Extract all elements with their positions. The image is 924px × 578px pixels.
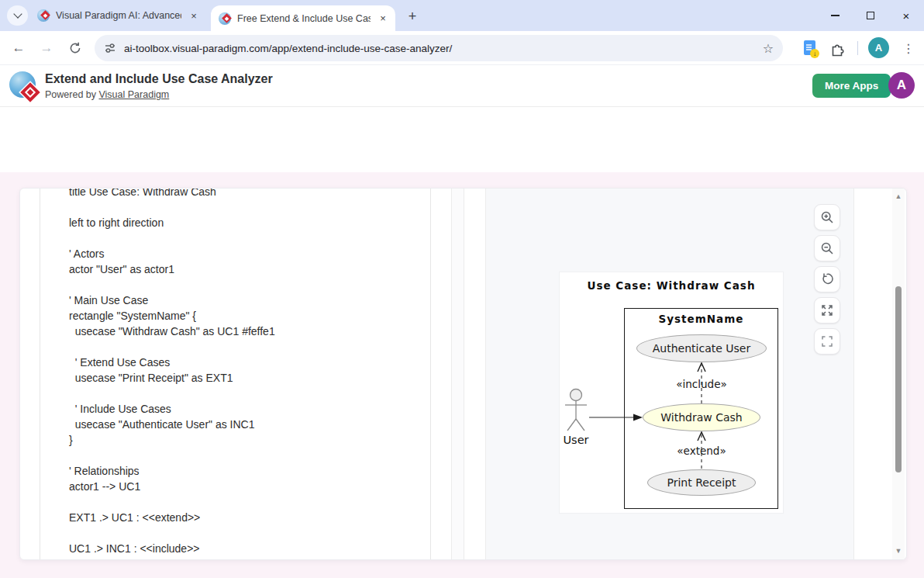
diagram-zoom-toolbar xyxy=(814,204,840,359)
zoom-out-icon xyxy=(820,241,834,255)
tab-close-icon[interactable]: × xyxy=(188,9,200,22)
diagram-title: Use Case: Withdraw Cash xyxy=(560,279,783,292)
forward-button[interactable]: → xyxy=(36,37,57,59)
main-content: title Use Case: Withdraw Cash left to ri… xyxy=(0,172,924,578)
browser-titlebar: Visual Paradigm AI: Advanced S × Free Ex… xyxy=(0,0,924,31)
scroll-down-icon[interactable]: ▼ xyxy=(892,547,905,555)
tab-inactive[interactable]: Visual Paradigm AI: Advanced S × xyxy=(29,4,206,27)
zoom-out-button[interactable] xyxy=(814,235,840,261)
bookmark-star-icon[interactable]: ☆ xyxy=(763,41,774,56)
wizard-stepper: ✓ ✓ 3 Enter PlantUML Analyze Use Cases G… xyxy=(0,107,924,172)
app-header: Extend and Include Use Case Analyzer Pow… xyxy=(0,65,924,107)
browser-profile-avatar[interactable]: A xyxy=(868,37,889,58)
scrollbar-thumb[interactable] xyxy=(895,286,902,472)
window-controls: × xyxy=(817,0,924,31)
reset-view-button[interactable] xyxy=(814,266,840,292)
usecase-label: Withdraw Cash xyxy=(660,411,742,424)
reload-icon xyxy=(69,42,81,54)
system-boundary-label: SystemName xyxy=(624,313,778,325)
more-apps-button[interactable]: More Apps xyxy=(812,74,891,98)
uml-diagram-canvas[interactable]: Use Case: Withdraw Cash SystemName Authe… xyxy=(560,272,783,513)
tab-title: Visual Paradigm AI: Advanced S xyxy=(56,10,181,21)
download-badge-icon: ↓ xyxy=(810,49,819,58)
page-title: Extend and Include Use Case Analyzer xyxy=(45,72,273,86)
zoom-in-button[interactable] xyxy=(814,204,840,230)
back-button[interactable]: ← xyxy=(8,37,29,59)
url-text[interactable]: ai-toolbox.visual-paradigm.com/app/exten… xyxy=(124,43,755,54)
plantuml-code[interactable]: title Use Case: Withdraw Cash left to ri… xyxy=(69,188,275,556)
analyzer-card: title Use Case: Withdraw Cash left to ri… xyxy=(19,188,907,560)
plantuml-code-panel[interactable]: title Use Case: Withdraw Cash left to ri… xyxy=(40,189,431,559)
reload-button[interactable] xyxy=(64,37,86,59)
tab-active[interactable]: Free Extend & Include Use Case × xyxy=(211,5,395,31)
usecase-label: Authenticate User xyxy=(653,342,750,355)
diagram-preview-panel: Use Case: Withdraw Cash SystemName Authe… xyxy=(485,189,854,559)
toolbar-divider xyxy=(857,41,858,55)
maximize-icon xyxy=(867,12,874,19)
extend-stereotype-label: «extend» xyxy=(677,445,726,457)
tab-search-button[interactable] xyxy=(7,5,28,26)
visual-paradigm-favicon xyxy=(37,9,50,22)
tab-close-icon[interactable]: × xyxy=(377,12,389,25)
actor-label: User xyxy=(563,434,588,446)
address-bar[interactable]: ai-toolbox.visual-paradigm.com/app/exten… xyxy=(95,35,783,61)
fullscreen-button[interactable] xyxy=(814,328,840,355)
minimize-button[interactable] xyxy=(817,0,853,31)
powered-by: Powered by Visual Paradigm xyxy=(45,89,169,100)
usecase-withdraw-cash[interactable]: Withdraw Cash xyxy=(643,403,760,431)
browser-window: Visual Paradigm AI: Advanced S × Free Ex… xyxy=(0,0,924,578)
close-button[interactable]: × xyxy=(888,0,924,31)
include-stereotype-label: «include» xyxy=(676,378,726,390)
scroll-up-icon[interactable]: ▲ xyxy=(892,192,905,200)
actor-icon xyxy=(571,389,582,401)
chevron-down-icon xyxy=(13,9,22,18)
fullscreen-corners-icon xyxy=(820,334,834,348)
extensions-puzzle-icon[interactable] xyxy=(829,40,846,57)
site-info-icon[interactable] xyxy=(104,42,116,54)
reset-icon xyxy=(820,272,834,286)
code-panel-scrollbar-track[interactable] xyxy=(451,189,464,559)
expand-arrows-icon xyxy=(820,303,834,317)
expand-button[interactable] xyxy=(814,297,840,324)
browser-menu-kebab-icon[interactable]: ⋮ xyxy=(900,40,917,57)
visual-paradigm-logo xyxy=(9,71,39,101)
minimize-icon xyxy=(831,15,840,16)
browser-toolbar: ← → ai-toolbox.visual-paradigm.com/app/e… xyxy=(0,31,924,65)
zoom-in-icon xyxy=(820,210,834,224)
usecase-print-receipt[interactable]: Print Receipt xyxy=(647,469,756,496)
usecase-authenticate-user[interactable]: Authenticate User xyxy=(636,334,767,362)
preview-scrollbar[interactable]: ▲ ▼ xyxy=(892,189,905,559)
powered-by-prefix: Powered by xyxy=(45,89,98,100)
visual-paradigm-link[interactable]: Visual Paradigm xyxy=(98,89,169,100)
app-user-avatar[interactable]: A xyxy=(888,72,915,99)
new-tab-button[interactable]: + xyxy=(403,7,422,26)
visual-paradigm-favicon xyxy=(219,12,231,25)
usecase-label: Print Receipt xyxy=(667,476,736,489)
tab-title: Free Extend & Include Use Case xyxy=(237,13,371,24)
extension-docs-offline-icon[interactable]: ↓ xyxy=(804,40,815,55)
maximize-button[interactable] xyxy=(853,0,888,31)
